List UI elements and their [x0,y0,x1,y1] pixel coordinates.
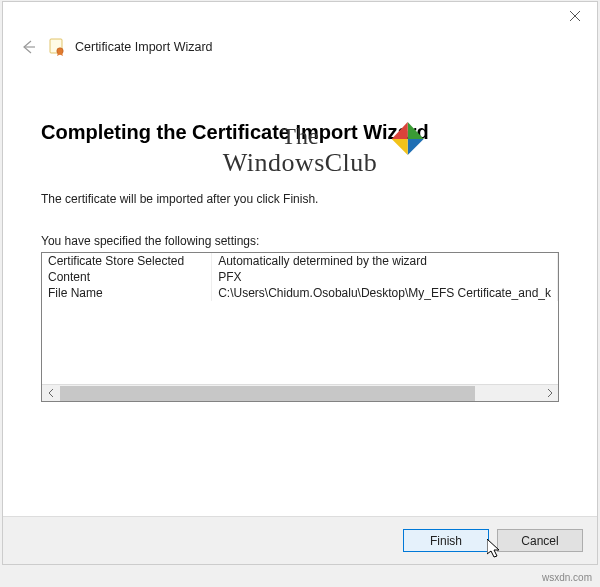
titlebar [3,2,597,32]
setting-value: Automatically determined by the wizard [212,253,558,269]
cancel-button[interactable]: Cancel [497,529,583,552]
scroll-left-arrow[interactable] [42,385,59,402]
settings-listview: Certificate Store Selected Automatically… [41,252,559,402]
setting-label: Content [42,269,212,285]
close-button[interactable] [552,2,597,30]
close-icon [570,11,580,21]
horizontal-scrollbar[interactable] [42,384,558,401]
wizard-title: Certificate Import Wizard [75,40,213,54]
scroll-right-arrow[interactable] [541,385,558,402]
settings-table: Certificate Store Selected Automatically… [42,253,558,301]
settings-scroll-area: Certificate Store Selected Automatically… [42,253,558,384]
header-row: Certificate Import Wizard [3,32,597,66]
finish-button[interactable]: Finish [403,529,489,552]
back-button[interactable] [17,36,39,58]
chevron-right-icon [547,389,553,397]
table-row[interactable]: File Name C:\Users\Chidum.Osobalu\Deskto… [42,285,558,301]
certificate-icon [49,38,65,56]
body-text: The certificate will be imported after y… [41,192,559,206]
chevron-left-icon [48,389,54,397]
setting-value: C:\Users\Chidum.Osobalu\Desktop\My_EFS C… [212,285,558,301]
cancel-button-label: Cancel [521,534,558,548]
scroll-thumb[interactable] [60,386,475,401]
credit-text: wsxdn.com [542,572,592,583]
page-heading: Completing the Certificate Import Wizard [41,121,559,144]
setting-label: Certificate Store Selected [42,253,212,269]
content-area: The WindowsClub Completing the Certifica… [3,66,597,516]
finish-button-label: Finish [430,534,462,548]
table-row[interactable]: Content PFX [42,269,558,285]
setting-value: PFX [212,269,558,285]
setting-label: File Name [42,285,212,301]
wizard-window: Certificate Import Wizard The WindowsClu… [2,1,598,565]
settings-label: You have specified the following setting… [41,234,559,248]
back-arrow-icon [19,38,37,56]
watermark-line2: WindowsClub [223,149,378,176]
scroll-track[interactable] [59,385,541,402]
table-row[interactable]: Certificate Store Selected Automatically… [42,253,558,269]
footer: Finish Cancel [3,516,597,564]
